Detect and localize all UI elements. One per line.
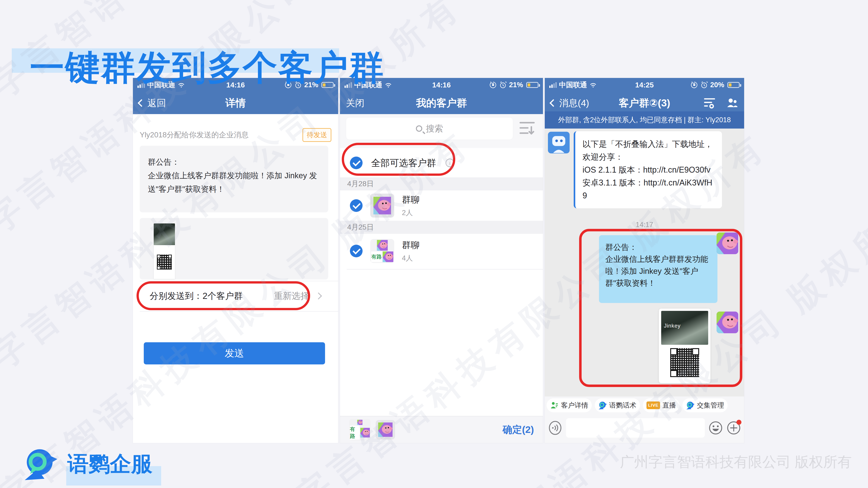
assignment-row: Yly2018分配给你发送的企业消息 待发送 [140,128,331,142]
quick-toolbar: 客户详情 语鹦话术 LIVE 直播 交集管理 [547,398,742,412]
group-members: 2人 [402,208,420,218]
external-group-notice: 外部群, 含2位外部联系人, 均已同意存档 | 群主: Yly2018 [545,111,744,129]
search-placeholder: 搜索 [426,123,443,134]
member-avatar-tile: 有路 [350,426,360,440]
annotation-red-oval [136,281,310,310]
phone-screenshot-chat: 中国联通 14:25 20% 消息(4) 客户群②(3) 外部群, 含2位外部联… [545,78,744,443]
pill-label: 语鹦话术 [609,401,636,410]
assignment-note: Yly2018分配给你发送的企业消息 [140,130,249,140]
close-button[interactable]: 关闭 [346,97,364,109]
group-members-icon[interactable] [726,97,738,109]
selected-group-avatar[interactable]: 有路 [349,419,371,441]
message-text-input[interactable] [566,418,705,437]
selection-bottom-bar: 有路 确定(2) [340,416,543,443]
close-label: 关闭 [346,97,364,109]
pill-label: 交集管理 [697,401,724,410]
group-avatar: 有路 [370,239,394,263]
checkbox-checked-icon[interactable] [350,245,363,257]
group-members: 4人 [402,254,420,263]
back-label: 消息(4) [559,97,589,109]
rotation-lock-icon [489,81,497,89]
selected-group-avatar[interactable] [376,420,395,440]
announcement-card: 群公告： 企业微信上线客户群群发功能啦！添加 Jinkey 发送"客户群"获取资… [140,146,328,213]
chat-timestamp: 14:17 [545,221,744,229]
checkbox-checked-icon[interactable] [350,199,363,212]
photo-thumbnail [154,223,175,245]
chevron-right-icon [315,292,322,299]
slide: 一键群发到多个客户群 中国联通 14:16 21% 返回 详情 Yly2018分… [0,0,868,488]
peppa-avatar-icon [360,426,370,440]
peppa-avatar-icon [355,420,365,425]
group-row[interactable]: 群聊 2人 [340,191,543,221]
copyright-text: 广州字言智语科技有限公司 版权所有 [620,452,852,472]
live-icon: LIVE [647,401,660,409]
annotation-red-box [579,229,742,387]
battery-icon [526,82,538,88]
parrot-icon [686,401,694,410]
annotation-red-oval [342,143,455,176]
group-avatar [370,194,394,218]
group-title: 群聊 [402,239,420,251]
customer-detail-icon [550,401,559,410]
peppa-avatar-icon [377,240,388,251]
qr-code [157,255,172,269]
parrot-logo-icon [18,447,66,481]
group-title: 群聊 [402,194,420,206]
divider [347,269,543,269]
pending-badge: 待发送 [303,128,331,142]
toolbar-scripts[interactable]: 语鹦话术 [595,398,640,412]
nav-bar: 关闭 我的客户群 [340,92,543,114]
send-button[interactable]: 发送 [144,342,325,364]
alarm-clock-icon [700,81,708,89]
divider [140,311,338,312]
pill-label: 直播 [662,401,676,410]
peppa-avatar-icon [383,252,394,262]
rotation-lock-icon [690,81,698,89]
battery-percent: 20% [710,81,724,89]
toolbar-collection[interactable]: 交集管理 [682,398,727,412]
back-button[interactable]: 消息(4) [551,97,589,109]
robot-icon [548,132,569,153]
plus-more-icon[interactable] [726,421,741,435]
brand-name: 语鹦企服 [67,450,152,478]
notification-dot [737,420,741,425]
brand-logo: 语鹦企服 [18,447,152,481]
group-row[interactable]: 有路 群聊 4人 [340,234,543,268]
phone-screenshot-group-picker: 中国联通 14:16 21% 关闭 我的客户群 搜索 [340,78,543,443]
chat-bottom-panel: 客户详情 语鹦话术 LIVE 直播 交集管理 [545,396,744,443]
battery-icon [727,82,740,88]
peppa-avatar-icon [373,197,391,215]
toolbar-live[interactable]: LIVE 直播 [643,398,680,412]
emoji-icon[interactable] [708,421,723,435]
back-button[interactable]: 返回 [139,97,166,109]
chevron-left-icon [138,99,145,107]
battery-percent: 21% [509,81,523,89]
phone-screenshot-detail: 中国联通 14:16 21% 返回 详情 Yly2018分配给你发送的企业消息 … [133,78,338,443]
date-section-header: 4月25日 [340,221,543,234]
sort-icon[interactable] [519,121,535,137]
peppa-avatar-icon [378,422,393,437]
status-bar: 中国联通 14:25 20% [545,78,744,92]
back-label: 返回 [147,97,166,109]
alarm-clock-icon [499,81,507,89]
confirm-button[interactable]: 确定(2) [502,423,534,436]
page-title: 一键群发到多个客户群 [30,45,385,91]
image-attachment [154,223,175,279]
chat-archive-icon[interactable] [704,97,716,109]
nav-title: 我的客户群 [340,96,543,110]
search-icon [416,125,422,132]
attachment-card[interactable] [140,218,328,280]
parrot-icon [598,401,607,410]
chevron-left-icon [550,99,557,107]
toolbar-customer-detail[interactable]: 客户详情 [547,398,592,412]
member-avatar-tile: 有路 [371,252,382,262]
message-input-bar [548,418,741,438]
nav-bar: 返回 详情 [133,92,338,114]
chat-area: 以下是「不折叠输入法」下载地址，欢迎分享： iOS 2.1.1 版本：http:… [545,129,744,396]
received-message-bubble: 以下是「不折叠输入法」下载地址，欢迎分享： iOS 2.1.1 版本：http:… [574,131,722,208]
voice-input-icon[interactable] [548,421,562,435]
qr-card [154,245,175,279]
nav-bar: 消息(4) 客户群②(3) [545,92,744,114]
search-input[interactable]: 搜索 [346,117,513,140]
date-section-header: 4月28日 [340,177,543,191]
